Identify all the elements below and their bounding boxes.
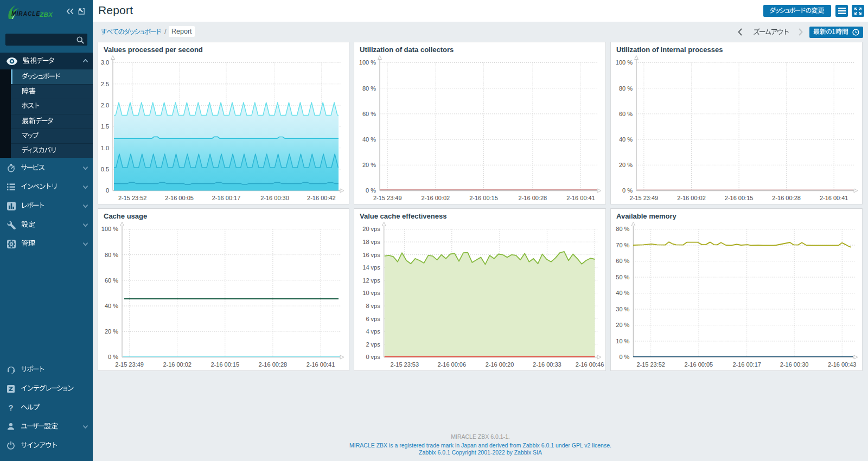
svg-text:2-16 00:17: 2-16 00:17 <box>732 361 761 368</box>
svg-text:1.5: 1.5 <box>101 123 109 130</box>
svg-text:2-16 00:05: 2-16 00:05 <box>685 361 713 368</box>
svg-text:4 vps: 4 vps <box>366 328 380 335</box>
svg-text:0.5: 0.5 <box>101 166 109 172</box>
svg-text:30 %: 30 % <box>616 306 629 312</box>
svg-text:2-16 00:28: 2-16 00:28 <box>772 195 801 201</box>
svg-text:100 %: 100 % <box>359 59 376 66</box>
svg-text:?: ? <box>8 404 13 412</box>
svg-text:2-15 23:52: 2-15 23:52 <box>636 361 665 368</box>
svg-text:2-16 00:05: 2-16 00:05 <box>165 195 194 201</box>
svg-text:40 %: 40 % <box>105 303 118 309</box>
svg-text:MIRACLE: MIRACLE <box>11 11 40 17</box>
svg-text:100 %: 100 % <box>101 226 118 232</box>
svg-text:2-16 00:28: 2-16 00:28 <box>519 195 547 201</box>
svg-text:2-16 00:20: 2-16 00:20 <box>486 361 514 368</box>
svg-text:100 %: 100 % <box>616 59 633 66</box>
svg-text:2.0: 2.0 <box>101 102 109 108</box>
svg-text:10 vps: 10 vps <box>362 290 380 296</box>
svg-text:3.0: 3.0 <box>101 59 109 66</box>
svg-text:2-16 00:28: 2-16 00:28 <box>259 361 288 368</box>
svg-text:40 %: 40 % <box>362 136 376 143</box>
svg-text:10 %: 10 % <box>616 338 629 344</box>
svg-text:2-16 00:42: 2-16 00:42 <box>307 195 336 201</box>
svg-text:2-15 23:52: 2-15 23:52 <box>118 195 147 201</box>
svg-text:60 %: 60 % <box>362 111 376 117</box>
svg-text:0 %: 0 % <box>108 354 118 360</box>
svg-text:2.5: 2.5 <box>101 81 109 87</box>
svg-text:18 vps: 18 vps <box>362 239 380 245</box>
svg-text:16 vps: 16 vps <box>362 252 380 258</box>
svg-text:2-16 00:15: 2-16 00:15 <box>469 195 498 201</box>
svg-text:40 %: 40 % <box>616 290 629 296</box>
svg-text:0: 0 <box>106 187 109 194</box>
svg-text:20 vps: 20 vps <box>362 226 380 232</box>
svg-text:2-16 00:30: 2-16 00:30 <box>260 195 289 201</box>
svg-text:2-16 00:30: 2-16 00:30 <box>780 361 809 368</box>
svg-text:20 %: 20 % <box>105 328 118 335</box>
svg-text:6 vps: 6 vps <box>366 316 380 322</box>
svg-text:2-15 23:49: 2-15 23:49 <box>630 195 659 201</box>
svg-text:0 %: 0 % <box>619 354 629 360</box>
svg-text:0 %: 0 % <box>622 187 633 194</box>
svg-text:80 %: 80 % <box>362 85 376 92</box>
svg-text:0 vps: 0 vps <box>366 354 380 360</box>
svg-text:2-16 00:15: 2-16 00:15 <box>210 361 239 368</box>
svg-text:12 vps: 12 vps <box>362 277 380 284</box>
svg-text:20 %: 20 % <box>619 162 633 168</box>
svg-text:2-16 00:41: 2-16 00:41 <box>820 195 848 201</box>
svg-text:2-16 00:17: 2-16 00:17 <box>212 195 241 201</box>
svg-text:40 %: 40 % <box>619 136 633 143</box>
svg-text:0 %: 0 % <box>366 187 376 194</box>
svg-text:2-16 00:41: 2-16 00:41 <box>566 195 595 201</box>
svg-text:2-15 23:49: 2-15 23:49 <box>115 361 144 368</box>
svg-text:60 %: 60 % <box>619 111 633 117</box>
svg-text:80 %: 80 % <box>619 85 633 92</box>
svg-text:60 %: 60 % <box>616 258 629 264</box>
svg-text:14 vps: 14 vps <box>362 264 380 271</box>
svg-text:8 vps: 8 vps <box>366 303 380 309</box>
svg-text:60 %: 60 % <box>105 277 118 284</box>
svg-text:2-16 00:33: 2-16 00:33 <box>533 361 561 368</box>
svg-text:2-16 00:02: 2-16 00:02 <box>163 361 192 368</box>
svg-text:20 %: 20 % <box>616 322 629 328</box>
svg-text:50 %: 50 % <box>616 274 629 280</box>
svg-text:2-16 00:41: 2-16 00:41 <box>307 361 335 368</box>
svg-text:2-16 00:46: 2-16 00:46 <box>576 361 604 368</box>
svg-text:2-15 23:53: 2-15 23:53 <box>390 361 419 368</box>
svg-text:2-16 00:02: 2-16 00:02 <box>422 195 450 201</box>
svg-text:80 %: 80 % <box>616 226 629 232</box>
svg-text:70 %: 70 % <box>616 242 629 248</box>
svg-text:1.0: 1.0 <box>101 145 109 151</box>
svg-text:2-16 00:02: 2-16 00:02 <box>677 195 706 201</box>
svg-text:2-16 00:06: 2-16 00:06 <box>437 361 466 368</box>
svg-text:2-16 00:43: 2-16 00:43 <box>828 361 857 368</box>
svg-text:80 %: 80 % <box>105 252 118 258</box>
svg-text:ZBX: ZBX <box>39 11 53 18</box>
svg-text:2 vps: 2 vps <box>366 341 380 348</box>
svg-text:20 %: 20 % <box>362 162 376 168</box>
svg-text:2-15 23:49: 2-15 23:49 <box>373 195 402 201</box>
svg-text:2-16 00:15: 2-16 00:15 <box>725 195 754 201</box>
